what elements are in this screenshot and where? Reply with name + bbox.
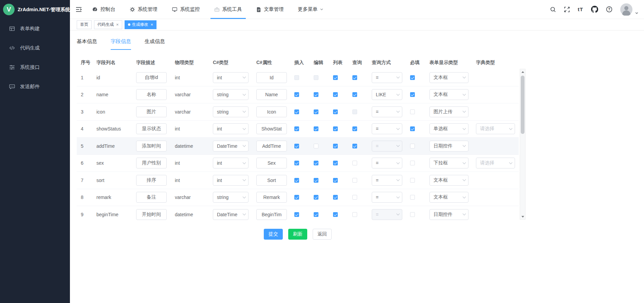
insert-checkbox[interactable]: [294, 212, 299, 217]
field-desc-input[interactable]: [136, 141, 167, 152]
query-method-select[interactable]: LIKE: [372, 89, 402, 100]
font-size-icon[interactable]: tT: [578, 6, 583, 12]
dict-type-select[interactable]: 请选择: [476, 123, 515, 134]
csharp-type-select[interactable]: string: [213, 89, 249, 100]
avatar[interactable]: [620, 3, 632, 16]
list-checkbox[interactable]: [333, 126, 338, 131]
query-method-select[interactable]: =: [372, 158, 402, 168]
display-type-select[interactable]: 图片上传: [429, 106, 468, 117]
field-desc-input[interactable]: [136, 192, 167, 203]
query-method-select[interactable]: =: [372, 192, 402, 203]
content-tab-2[interactable]: 生成信息: [145, 38, 165, 50]
list-checkbox[interactable]: [333, 195, 338, 200]
display-type-select[interactable]: 文本框: [429, 72, 468, 83]
csharp-prop-input[interactable]: [256, 89, 287, 100]
edit-checkbox[interactable]: [314, 92, 318, 97]
csharp-type-select[interactable]: DateTime: [213, 209, 249, 220]
field-desc-input[interactable]: [136, 158, 167, 168]
display-type-select[interactable]: 文本框: [429, 175, 468, 186]
query-method-select[interactable]: =: [372, 106, 402, 117]
insert-checkbox[interactable]: [294, 195, 299, 200]
topnav-item-3[interactable]: 系统工具: [207, 0, 249, 19]
csharp-prop-input[interactable]: [256, 209, 287, 220]
required-checkbox[interactable]: [410, 161, 415, 165]
insert-checkbox[interactable]: [294, 92, 299, 97]
content-tab-0[interactable]: 基本信息: [77, 38, 97, 50]
csharp-prop-input[interactable]: [256, 192, 287, 203]
csharp-prop-input[interactable]: [256, 72, 287, 83]
query-checkbox[interactable]: [352, 195, 357, 200]
insert-checkbox[interactable]: [294, 126, 299, 131]
query-checkbox[interactable]: [352, 126, 357, 131]
insert-checkbox[interactable]: [294, 178, 299, 183]
query-checkbox[interactable]: [352, 161, 357, 165]
list-checkbox[interactable]: [333, 144, 338, 148]
sidebar-item-1[interactable]: 代码生成: [0, 38, 70, 58]
submit-button[interactable]: 提交: [264, 229, 283, 240]
display-type-select[interactable]: 日期控件: [429, 209, 468, 220]
field-desc-input[interactable]: [136, 209, 167, 220]
edit-checkbox[interactable]: [314, 144, 318, 148]
tag-0[interactable]: 首页: [77, 20, 92, 29]
required-checkbox[interactable]: [410, 144, 415, 148]
scrollbar-thumb[interactable]: [521, 76, 525, 134]
sidebar-item-2[interactable]: 系统接口: [0, 58, 70, 77]
tag-1[interactable]: 代码生成×: [94, 20, 122, 29]
csharp-prop-input[interactable]: [256, 175, 287, 186]
table-scrollbar[interactable]: [520, 69, 526, 220]
edit-checkbox[interactable]: [314, 178, 318, 183]
list-checkbox[interactable]: [333, 92, 338, 97]
close-icon[interactable]: ×: [151, 22, 153, 27]
scrollbar-up-icon[interactable]: [520, 69, 525, 75]
list-checkbox[interactable]: [333, 212, 338, 217]
search-icon[interactable]: [550, 6, 556, 13]
edit-checkbox[interactable]: [314, 212, 318, 217]
csharp-type-select[interactable]: int: [213, 123, 249, 134]
back-button[interactable]: 返回: [313, 229, 332, 240]
required-checkbox[interactable]: [410, 92, 415, 97]
list-checkbox[interactable]: [333, 75, 338, 80]
list-checkbox[interactable]: [333, 109, 338, 114]
csharp-prop-input[interactable]: [256, 123, 287, 134]
query-checkbox[interactable]: [352, 92, 357, 97]
display-type-select[interactable]: 下拉框: [429, 158, 468, 168]
query-checkbox[interactable]: [352, 178, 357, 183]
display-type-select[interactable]: 单选框: [429, 123, 468, 134]
avatar-caret-icon[interactable]: [635, 11, 639, 15]
query-checkbox[interactable]: [352, 212, 357, 217]
edit-checkbox[interactable]: [314, 126, 318, 131]
display-type-select[interactable]: 文本框: [429, 192, 468, 203]
refresh-button[interactable]: 刷新: [288, 229, 307, 240]
topnav-item-2[interactable]: 系统监控: [165, 0, 207, 19]
dict-type-select[interactable]: 请选择: [476, 158, 515, 168]
required-checkbox[interactable]: [410, 126, 415, 131]
topnav-item-1[interactable]: 系统管理: [123, 0, 165, 19]
field-desc-input[interactable]: [136, 72, 167, 83]
csharp-type-select[interactable]: string: [213, 106, 249, 117]
fullscreen-icon[interactable]: [564, 6, 570, 13]
edit-checkbox[interactable]: [314, 195, 318, 200]
topnav-item-5[interactable]: 更多菜单: [291, 0, 331, 19]
github-icon[interactable]: [591, 6, 598, 13]
tag-2[interactable]: 生成修改×: [125, 20, 157, 29]
field-desc-input[interactable]: [136, 123, 167, 134]
csharp-prop-input[interactable]: [256, 106, 287, 117]
required-checkbox[interactable]: [410, 195, 415, 200]
sidebar-item-3[interactable]: 发送邮件: [0, 77, 70, 96]
query-method-select[interactable]: =: [372, 141, 402, 152]
scrollbar-down-icon[interactable]: [520, 214, 525, 219]
insert-checkbox[interactable]: [294, 161, 299, 165]
list-checkbox[interactable]: [333, 178, 338, 183]
insert-checkbox[interactable]: [294, 109, 299, 114]
edit-checkbox[interactable]: [314, 161, 318, 165]
help-icon[interactable]: ?: [606, 6, 612, 13]
sidebar-item-0[interactable]: 表单构建: [0, 19, 70, 38]
csharp-type-select[interactable]: int: [213, 175, 249, 186]
field-desc-input[interactable]: [136, 89, 167, 100]
required-checkbox[interactable]: [410, 109, 415, 114]
query-method-select[interactable]: =: [372, 123, 402, 134]
edit-checkbox[interactable]: [314, 109, 318, 114]
query-method-select[interactable]: =: [372, 175, 402, 186]
list-checkbox[interactable]: [333, 161, 338, 165]
content-tab-1[interactable]: 字段信息: [111, 38, 131, 50]
